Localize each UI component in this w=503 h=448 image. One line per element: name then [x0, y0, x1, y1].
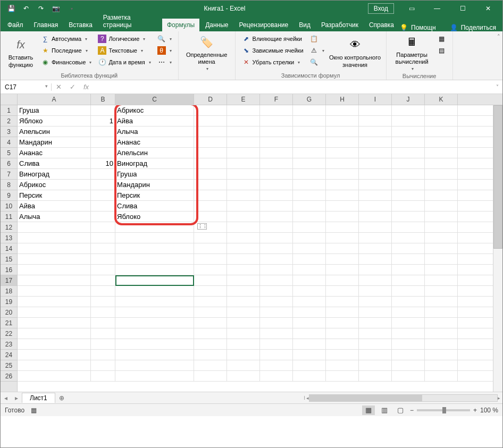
cell[interactable]: Алыча — [18, 212, 91, 222]
cell[interactable] — [392, 169, 425, 179]
horizontal-scrollbar[interactable]: ⁞ ◂ ▸ — [300, 392, 502, 403]
share-icon[interactable]: 👤 — [450, 24, 458, 31]
cell[interactable] — [425, 286, 458, 296]
cell[interactable] — [260, 328, 293, 339]
cell[interactable] — [425, 158, 458, 168]
cell[interactable] — [326, 254, 359, 264]
cell[interactable] — [194, 339, 227, 349]
cell[interactable] — [326, 328, 359, 339]
cell[interactable] — [18, 243, 91, 253]
row-header[interactable]: 1 — [1, 105, 17, 116]
camera-icon[interactable]: 📷 — [49, 2, 62, 15]
cell[interactable] — [260, 148, 293, 158]
row-header[interactable]: 23 — [1, 339, 17, 350]
cell[interactable] — [392, 137, 425, 147]
cell[interactable] — [326, 350, 359, 360]
cell[interactable] — [392, 350, 425, 360]
cell[interactable] — [115, 339, 194, 349]
zoom-slider[interactable] — [417, 409, 470, 411]
cell[interactable] — [392, 105, 425, 115]
cell[interactable] — [326, 286, 359, 296]
cell[interactable] — [326, 360, 359, 370]
cell[interactable] — [194, 180, 227, 190]
cell[interactable] — [293, 233, 326, 243]
cell[interactable] — [392, 318, 425, 328]
cell[interactable] — [194, 105, 227, 115]
col-header-g[interactable]: G — [293, 94, 326, 105]
cell[interactable] — [359, 190, 392, 200]
cell[interactable] — [359, 126, 392, 137]
cell[interactable] — [425, 201, 458, 211]
cell[interactable] — [260, 243, 293, 253]
cell[interactable] — [260, 180, 293, 190]
col-header-h[interactable]: H — [326, 94, 359, 105]
col-header-a[interactable]: A — [18, 94, 91, 105]
cell[interactable]: Абрикос — [18, 180, 91, 190]
cell[interactable]: Персик — [18, 190, 91, 200]
cell[interactable] — [359, 116, 392, 126]
cell[interactable] — [227, 328, 260, 339]
cell[interactable] — [260, 222, 293, 232]
cell[interactable] — [293, 350, 326, 360]
cell[interactable] — [359, 350, 392, 360]
cell[interactable] — [227, 243, 260, 253]
cell[interactable] — [359, 371, 392, 381]
tab-page-layout[interactable]: Разметка страницы — [98, 11, 161, 31]
cell[interactable] — [425, 126, 458, 137]
cell[interactable] — [260, 360, 293, 370]
cell[interactable] — [18, 254, 91, 264]
cell[interactable]: Слива — [18, 158, 91, 168]
cell[interactable] — [359, 307, 392, 317]
row-header[interactable]: 9 — [1, 190, 17, 201]
cell[interactable] — [91, 254, 115, 264]
cell[interactable] — [326, 201, 359, 211]
cell[interactable] — [91, 190, 115, 200]
cell[interactable] — [194, 158, 227, 168]
col-header-d[interactable]: D — [194, 94, 227, 105]
col-header-j[interactable]: J — [392, 94, 425, 105]
autosum-button[interactable]: ∑Автосумма — [39, 33, 94, 44]
save-icon[interactable]: 💾 — [5, 2, 18, 15]
cell[interactable] — [227, 190, 260, 200]
cell[interactable] — [260, 297, 293, 307]
cell[interactable] — [194, 307, 227, 317]
cell[interactable] — [227, 286, 260, 296]
cell[interactable] — [260, 158, 293, 168]
horizontal-scroll-thumb[interactable] — [309, 395, 422, 401]
cell[interactable] — [91, 222, 115, 232]
cell[interactable] — [91, 275, 115, 285]
cell[interactable] — [91, 180, 115, 190]
collapse-ribbon-icon[interactable]: ˄ — [495, 31, 502, 80]
cell[interactable] — [18, 222, 91, 232]
cell[interactable] — [425, 265, 458, 275]
cell[interactable] — [91, 169, 115, 179]
remove-arrows-button[interactable]: ✕Убрать стрелки — [240, 57, 306, 67]
cell[interactable] — [115, 360, 194, 370]
tab-developer[interactable]: Разработчик — [316, 19, 363, 31]
cell[interactable] — [260, 105, 293, 115]
cell[interactable] — [260, 318, 293, 328]
cell[interactable] — [194, 126, 227, 137]
cell[interactable] — [227, 360, 260, 370]
cell[interactable] — [194, 212, 227, 222]
vertical-scrollbar[interactable] — [493, 105, 502, 392]
cell[interactable] — [91, 371, 115, 381]
cell[interactable] — [359, 339, 392, 349]
cell[interactable] — [392, 201, 425, 211]
ribbon-options-icon[interactable]: ▭ — [399, 1, 424, 16]
cell[interactable] — [91, 137, 115, 147]
cell[interactable] — [115, 233, 194, 243]
cell[interactable] — [115, 371, 194, 381]
cell[interactable] — [227, 339, 260, 349]
tab-insert[interactable]: Вставка — [64, 19, 97, 31]
cell[interactable] — [91, 339, 115, 349]
more-fn-button[interactable]: ⋯ — [155, 57, 174, 67]
cell[interactable]: Алыча — [115, 126, 194, 137]
cell[interactable] — [326, 265, 359, 275]
cell[interactable] — [425, 212, 458, 222]
expand-formula-bar-icon[interactable]: ˅ — [492, 84, 502, 90]
cell[interactable] — [392, 265, 425, 275]
cell[interactable] — [194, 190, 227, 200]
trace-precedents-button[interactable]: ⬈Влияющие ячейки — [240, 33, 306, 44]
cell[interactable] — [227, 137, 260, 147]
